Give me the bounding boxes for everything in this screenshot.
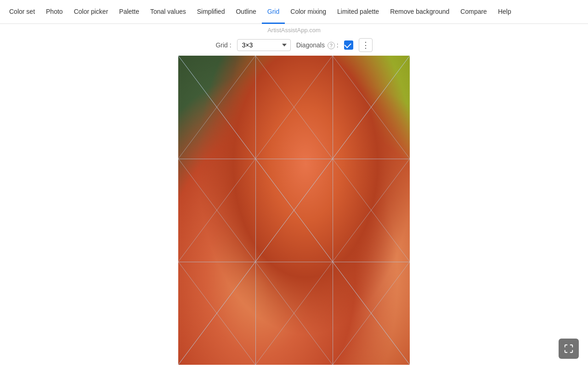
main-nav: Color setPhotoColor pickerPaletteTonal v… xyxy=(0,0,588,24)
fullscreen-icon xyxy=(564,344,574,354)
more-options-button[interactable]: ⋮ xyxy=(359,38,373,52)
flower-image xyxy=(178,56,410,365)
grid-toolbar: Grid : 2×23×34×45×56×6Golden ratio Diago… xyxy=(0,35,588,56)
nav-item-outline[interactable]: Outline xyxy=(230,0,261,24)
diagonals-label: Diagonals ? : xyxy=(296,41,339,49)
nav-item-remove-background[interactable]: Remove background xyxy=(384,0,455,24)
nav-item-color-mixing[interactable]: Color mixing xyxy=(285,0,332,24)
diagonals-help-icon[interactable]: ? xyxy=(328,42,335,49)
nav-item-help[interactable]: Help xyxy=(492,0,517,24)
nav-item-palette[interactable]: Palette xyxy=(113,0,145,24)
nav-item-simplified[interactable]: Simplified xyxy=(192,0,231,24)
nav-item-photo[interactable]: Photo xyxy=(40,0,68,24)
grid-select[interactable]: 2×23×34×45×56×6Golden ratio xyxy=(237,39,291,51)
nav-item-color-picker[interactable]: Color picker xyxy=(68,0,114,24)
subtitle: ArtistAssistApp.com xyxy=(0,24,588,35)
nav-item-limited-palette[interactable]: Limited palette xyxy=(332,0,384,24)
diagonals-checkbox[interactable] xyxy=(344,40,353,50)
grid-label: Grid : xyxy=(215,41,231,49)
fullscreen-button[interactable] xyxy=(559,339,579,359)
image-wrapper xyxy=(178,56,410,365)
nav-item-tonal-values[interactable]: Tonal values xyxy=(145,0,192,24)
nav-item-color-set[interactable]: Color set xyxy=(4,0,40,24)
nav-item-grid[interactable]: Grid xyxy=(262,0,285,24)
nav-item-compare[interactable]: Compare xyxy=(455,0,492,24)
image-area xyxy=(0,56,588,365)
